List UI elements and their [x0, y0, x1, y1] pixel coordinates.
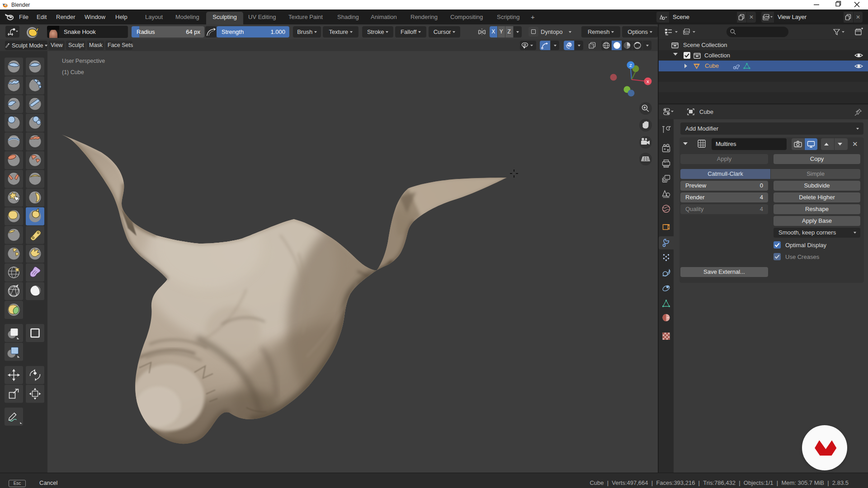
svg-text:X: X — [646, 80, 649, 84]
svg-text:Z: Z — [629, 63, 632, 68]
